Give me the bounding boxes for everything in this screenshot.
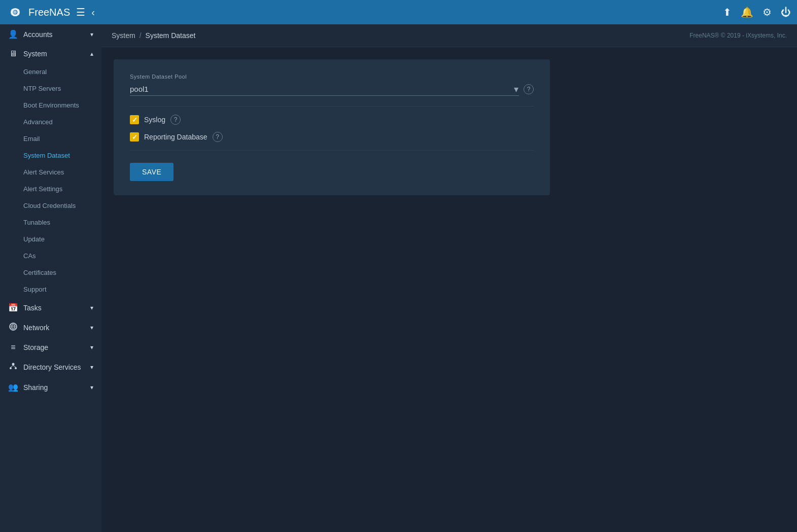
syslog-label: Syslog: [144, 116, 165, 124]
tasks-icon: 📅: [8, 303, 18, 312]
pool-field: System Dataset Pool pool1 ▾ ?: [130, 74, 534, 96]
form-card: System Dataset Pool pool1 ▾ ? ✓: [114, 59, 550, 195]
sharing-icon: 👥: [8, 382, 18, 392]
sidebar-item-accounts[interactable]: 👤 Accounts ▾: [0, 24, 101, 44]
accounts-arrow: ▾: [90, 31, 93, 38]
storage-arrow: ▾: [90, 344, 93, 351]
pool-help-icon[interactable]: ?: [524, 84, 534, 94]
tasks-arrow: ▾: [90, 304, 93, 311]
sidebar-sub-cas[interactable]: CAs: [0, 247, 101, 264]
sharing-label: Sharing: [23, 383, 48, 392]
accounts-icon: 👤: [8, 29, 18, 39]
syslog-row: ✓ Syslog ?: [130, 115, 534, 125]
network-label: Network: [23, 324, 49, 332]
sidebar: 👤 Accounts ▾ 🖥 System ▴ General NTP Serv…: [0, 24, 101, 532]
sidebar-sub-boot-environments[interactable]: Boot Environments: [0, 97, 101, 114]
sidebar-sub-certificates[interactable]: Certificates: [0, 264, 101, 281]
syslog-checkbox[interactable]: ✓: [130, 115, 139, 124]
breadcrumb: System / System Dataset FreeNAS® © 2019 …: [101, 24, 797, 47]
accounts-label: Accounts: [23, 30, 53, 39]
network-icon: [8, 323, 18, 333]
sidebar-sub-advanced[interactable]: Advanced: [0, 114, 101, 130]
settings-icon[interactable]: ⚙: [763, 6, 772, 18]
topbar-right: ⬆ 🔔 ⚙ ⏻: [723, 6, 791, 18]
storage-icon: ≡: [8, 343, 18, 352]
system-arrow: ▴: [90, 50, 93, 57]
app-version: FreeNAS® © 2019 - iXsystems, Inc.: [689, 32, 787, 39]
sharing-arrow: ▾: [90, 384, 93, 391]
sidebar-item-network[interactable]: Network ▾: [0, 317, 101, 338]
svg-line-9: [11, 366, 13, 368]
topbar-left: FreeNAS ☰ ‹: [6, 3, 95, 21]
pool-select[interactable]: pool1: [130, 83, 519, 96]
sidebar-sub-system-dataset[interactable]: System Dataset: [0, 147, 101, 164]
svg-point-6: [12, 363, 15, 366]
divider-1: [130, 106, 534, 107]
breadcrumb-separator: /: [140, 31, 142, 40]
svg-point-8: [15, 367, 17, 369]
sidebar-item-system[interactable]: 🖥 System ▴: [0, 44, 101, 63]
reporting-check-mark: ✓: [132, 133, 137, 141]
bell-icon[interactable]: 🔔: [741, 6, 753, 18]
directory-services-icon: [8, 362, 18, 372]
directory-services-arrow: ▾: [90, 364, 93, 371]
sidebar-sub-alert-services[interactable]: Alert Services: [0, 164, 101, 181]
breadcrumb-path: System / System Dataset: [112, 31, 195, 40]
sidebar-item-tasks[interactable]: 📅 Tasks ▾: [0, 298, 101, 317]
layout: 👤 Accounts ▾ 🖥 System ▴ General NTP Serv…: [0, 24, 797, 532]
svg-point-7: [10, 367, 12, 369]
sidebar-item-sharing[interactable]: 👥 Sharing ▾: [0, 377, 101, 397]
reporting-row: ✓ Reporting Database ?: [130, 132, 534, 142]
reporting-checkbox[interactable]: ✓: [130, 132, 139, 141]
sidebar-item-storage[interactable]: ≡ Storage ▾: [0, 338, 101, 357]
sidebar-sub-update[interactable]: Update: [0, 231, 101, 247]
save-button[interactable]: SAVE: [130, 163, 174, 181]
reporting-help-icon[interactable]: ?: [213, 132, 223, 142]
system-submenu: General NTP Servers Boot Environments Ad…: [0, 63, 101, 298]
divider-2: [130, 150, 534, 151]
power-icon[interactable]: ⏻: [781, 7, 791, 18]
reporting-label: Reporting Database: [144, 133, 207, 141]
breadcrumb-parent[interactable]: System: [112, 31, 135, 40]
topbar: FreeNAS ☰ ‹ ⬆ 🔔 ⚙ ⏻: [0, 0, 797, 24]
main-content: System / System Dataset FreeNAS® © 2019 …: [101, 24, 797, 532]
menu-icon[interactable]: ☰: [76, 6, 85, 18]
content-area: System Dataset Pool pool1 ▾ ? ✓: [101, 47, 797, 207]
syslog-help-icon[interactable]: ?: [170, 115, 181, 125]
sidebar-sub-email[interactable]: Email: [0, 130, 101, 147]
network-arrow: ▾: [90, 324, 93, 331]
back-icon[interactable]: ‹: [91, 7, 95, 18]
sidebar-item-directory-services[interactable]: Directory Services ▾: [0, 357, 101, 377]
system-icon: 🖥: [8, 49, 18, 58]
svg-line-10: [13, 366, 16, 368]
sidebar-sub-support[interactable]: Support: [0, 281, 101, 298]
syslog-check-mark: ✓: [132, 116, 137, 124]
system-label: System: [23, 50, 47, 58]
storage-label: Storage: [23, 343, 48, 351]
sidebar-sub-ntp-servers[interactable]: NTP Servers: [0, 80, 101, 97]
sidebar-sub-general[interactable]: General: [0, 63, 101, 80]
sidebar-sub-cloud-credentials[interactable]: Cloud Credentials: [0, 197, 101, 214]
tasks-label: Tasks: [23, 304, 42, 312]
pool-label: System Dataset Pool: [130, 74, 534, 80]
sidebar-sub-alert-settings[interactable]: Alert Settings: [0, 181, 101, 197]
sidebar-sub-tunables[interactable]: Tunables: [0, 214, 101, 231]
logo: FreeNAS: [6, 3, 70, 21]
app-name: FreeNAS: [28, 7, 70, 18]
upload-icon[interactable]: ⬆: [723, 6, 732, 18]
breadcrumb-current: System Dataset: [146, 31, 196, 40]
pool-select-wrapper: pool1 ▾ ?: [130, 83, 534, 96]
directory-services-label: Directory Services: [23, 363, 81, 371]
